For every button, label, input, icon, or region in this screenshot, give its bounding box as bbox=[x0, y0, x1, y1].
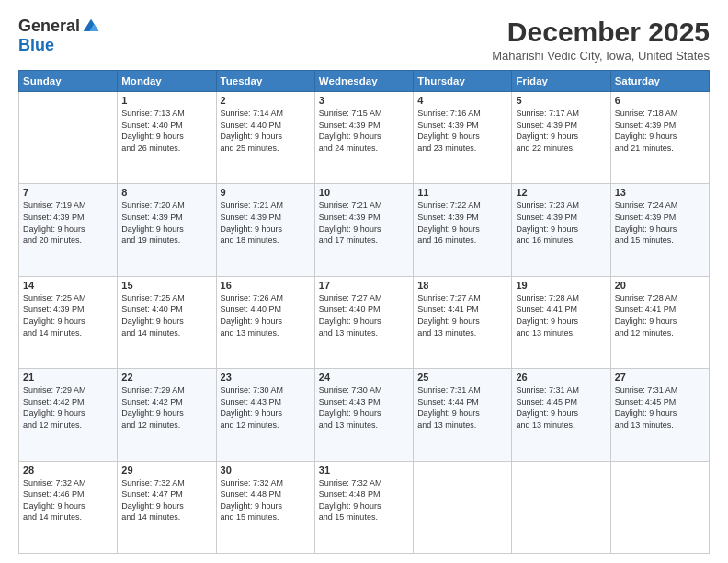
calendar-cell: 10Sunrise: 7:21 AMSunset: 4:39 PMDayligh… bbox=[314, 184, 413, 276]
day-info: Sunrise: 7:29 AMSunset: 4:42 PMDaylight:… bbox=[23, 385, 113, 431]
day-number: 16 bbox=[221, 280, 311, 291]
day-number: 25 bbox=[417, 372, 507, 383]
day-info: Sunrise: 7:30 AMSunset: 4:43 PMDaylight:… bbox=[221, 385, 311, 431]
day-info: Sunrise: 7:25 AMSunset: 4:40 PMDaylight:… bbox=[121, 293, 211, 339]
calendar-cell: 3Sunrise: 7:15 AMSunset: 4:39 PMDaylight… bbox=[314, 92, 413, 184]
calendar-cell: 8Sunrise: 7:20 AMSunset: 4:39 PMDaylight… bbox=[118, 184, 216, 276]
day-number: 8 bbox=[121, 187, 211, 198]
weekday-header-row: SundayMondayTuesdayWednesdayThursdayFrid… bbox=[19, 71, 710, 92]
day-number: 13 bbox=[615, 187, 705, 198]
weekday-header-wednesday: Wednesday bbox=[314, 71, 413, 92]
calendar-week-3: 14Sunrise: 7:25 AMSunset: 4:39 PMDayligh… bbox=[19, 276, 710, 368]
day-number: 18 bbox=[417, 280, 507, 291]
calendar-week-4: 21Sunrise: 7:29 AMSunset: 4:42 PMDayligh… bbox=[19, 369, 710, 461]
day-number: 15 bbox=[121, 280, 211, 291]
day-info: Sunrise: 7:31 AMSunset: 4:44 PMDaylight:… bbox=[417, 385, 507, 431]
day-info: Sunrise: 7:31 AMSunset: 4:45 PMDaylight:… bbox=[516, 385, 606, 431]
calendar-cell: 9Sunrise: 7:21 AMSunset: 4:39 PMDaylight… bbox=[216, 184, 314, 276]
day-info: Sunrise: 7:23 AMSunset: 4:39 PMDaylight:… bbox=[516, 200, 606, 246]
calendar-cell: 7Sunrise: 7:19 AMSunset: 4:39 PMDaylight… bbox=[19, 184, 118, 276]
month-title: December 2025 bbox=[492, 17, 710, 47]
day-number: 29 bbox=[121, 465, 211, 476]
day-info: Sunrise: 7:22 AMSunset: 4:39 PMDaylight:… bbox=[417, 200, 507, 246]
day-number: 24 bbox=[319, 372, 409, 383]
logo: General Blue bbox=[18, 17, 100, 55]
day-info: Sunrise: 7:30 AMSunset: 4:43 PMDaylight:… bbox=[319, 385, 409, 431]
calendar-cell: 30Sunrise: 7:32 AMSunset: 4:48 PMDayligh… bbox=[216, 461, 314, 553]
calendar-cell: 21Sunrise: 7:29 AMSunset: 4:42 PMDayligh… bbox=[19, 369, 118, 461]
calendar-cell: 5Sunrise: 7:17 AMSunset: 4:39 PMDaylight… bbox=[512, 92, 610, 184]
day-number: 6 bbox=[615, 95, 705, 106]
day-number: 26 bbox=[516, 372, 606, 383]
day-info: Sunrise: 7:32 AMSunset: 4:48 PMDaylight:… bbox=[319, 477, 409, 523]
calendar-cell: 31Sunrise: 7:32 AMSunset: 4:48 PMDayligh… bbox=[314, 461, 413, 553]
day-info: Sunrise: 7:21 AMSunset: 4:39 PMDaylight:… bbox=[319, 200, 409, 246]
day-number: 5 bbox=[516, 95, 606, 106]
location-subtitle: Maharishi Vedic City, Iowa, United State… bbox=[492, 49, 710, 63]
day-number: 7 bbox=[23, 187, 113, 198]
weekday-header-monday: Monday bbox=[118, 71, 216, 92]
day-info: Sunrise: 7:20 AMSunset: 4:39 PMDaylight:… bbox=[121, 200, 211, 246]
day-info: Sunrise: 7:24 AMSunset: 4:39 PMDaylight:… bbox=[615, 200, 705, 246]
day-info: Sunrise: 7:25 AMSunset: 4:39 PMDaylight:… bbox=[23, 293, 113, 339]
calendar-cell: 18Sunrise: 7:27 AMSunset: 4:41 PMDayligh… bbox=[414, 276, 512, 368]
weekday-header-saturday: Saturday bbox=[610, 71, 709, 92]
day-info: Sunrise: 7:17 AMSunset: 4:39 PMDaylight:… bbox=[516, 108, 606, 154]
calendar-cell: 14Sunrise: 7:25 AMSunset: 4:39 PMDayligh… bbox=[19, 276, 118, 368]
day-number: 31 bbox=[319, 465, 409, 476]
day-info: Sunrise: 7:27 AMSunset: 4:41 PMDaylight:… bbox=[417, 293, 507, 339]
day-info: Sunrise: 7:27 AMSunset: 4:40 PMDaylight:… bbox=[319, 293, 409, 339]
day-number: 11 bbox=[417, 187, 507, 198]
logo-blue: Blue bbox=[18, 36, 54, 54]
calendar-cell: 23Sunrise: 7:30 AMSunset: 4:43 PMDayligh… bbox=[216, 369, 314, 461]
weekday-header-thursday: Thursday bbox=[414, 71, 512, 92]
day-info: Sunrise: 7:18 AMSunset: 4:39 PMDaylight:… bbox=[615, 108, 705, 154]
day-number: 19 bbox=[516, 280, 606, 291]
day-number: 17 bbox=[319, 280, 409, 291]
calendar-week-1: 1Sunrise: 7:13 AMSunset: 4:40 PMDaylight… bbox=[19, 92, 710, 184]
logo-icon bbox=[82, 17, 100, 36]
calendar-cell: 24Sunrise: 7:30 AMSunset: 4:43 PMDayligh… bbox=[314, 369, 413, 461]
calendar-cell: 12Sunrise: 7:23 AMSunset: 4:39 PMDayligh… bbox=[512, 184, 610, 276]
calendar-cell: 19Sunrise: 7:28 AMSunset: 4:41 PMDayligh… bbox=[512, 276, 610, 368]
calendar-body: 1Sunrise: 7:13 AMSunset: 4:40 PMDaylight… bbox=[19, 92, 710, 554]
calendar-cell: 17Sunrise: 7:27 AMSunset: 4:40 PMDayligh… bbox=[314, 276, 413, 368]
calendar-cell: 20Sunrise: 7:28 AMSunset: 4:41 PMDayligh… bbox=[610, 276, 709, 368]
calendar-cell: 29Sunrise: 7:32 AMSunset: 4:47 PMDayligh… bbox=[118, 461, 216, 553]
weekday-header-friday: Friday bbox=[512, 71, 610, 92]
page: General Blue December 2025 Maharishi Ved… bbox=[0, 0, 728, 563]
calendar-cell: 2Sunrise: 7:14 AMSunset: 4:40 PMDaylight… bbox=[216, 92, 314, 184]
day-info: Sunrise: 7:14 AMSunset: 4:40 PMDaylight:… bbox=[221, 108, 311, 154]
calendar-cell: 13Sunrise: 7:24 AMSunset: 4:39 PMDayligh… bbox=[610, 184, 709, 276]
day-info: Sunrise: 7:21 AMSunset: 4:39 PMDaylight:… bbox=[221, 200, 311, 246]
day-info: Sunrise: 7:31 AMSunset: 4:45 PMDaylight:… bbox=[615, 385, 705, 431]
day-info: Sunrise: 7:13 AMSunset: 4:40 PMDaylight:… bbox=[121, 108, 211, 154]
calendar-cell bbox=[610, 461, 709, 553]
calendar-cell: 4Sunrise: 7:16 AMSunset: 4:39 PMDaylight… bbox=[414, 92, 512, 184]
calendar-cell bbox=[414, 461, 512, 553]
calendar-week-5: 28Sunrise: 7:32 AMSunset: 4:46 PMDayligh… bbox=[19, 461, 710, 553]
day-number: 23 bbox=[221, 372, 311, 383]
calendar-week-2: 7Sunrise: 7:19 AMSunset: 4:39 PMDaylight… bbox=[19, 184, 710, 276]
weekday-header-sunday: Sunday bbox=[19, 71, 118, 92]
day-info: Sunrise: 7:32 AMSunset: 4:47 PMDaylight:… bbox=[121, 477, 211, 523]
calendar-cell: 26Sunrise: 7:31 AMSunset: 4:45 PMDayligh… bbox=[512, 369, 610, 461]
calendar-table: SundayMondayTuesdayWednesdayThursdayFrid… bbox=[18, 70, 710, 554]
calendar-cell: 27Sunrise: 7:31 AMSunset: 4:45 PMDayligh… bbox=[610, 369, 709, 461]
day-number: 9 bbox=[221, 187, 311, 198]
calendar-cell: 25Sunrise: 7:31 AMSunset: 4:44 PMDayligh… bbox=[414, 369, 512, 461]
day-number: 1 bbox=[121, 95, 211, 106]
weekday-header-tuesday: Tuesday bbox=[216, 71, 314, 92]
day-info: Sunrise: 7:26 AMSunset: 4:40 PMDaylight:… bbox=[221, 293, 311, 339]
header: General Blue December 2025 Maharishi Ved… bbox=[18, 17, 710, 63]
day-info: Sunrise: 7:32 AMSunset: 4:48 PMDaylight:… bbox=[221, 477, 311, 523]
day-info: Sunrise: 7:32 AMSunset: 4:46 PMDaylight:… bbox=[23, 477, 113, 523]
day-number: 28 bbox=[23, 465, 113, 476]
day-number: 14 bbox=[23, 280, 113, 291]
day-info: Sunrise: 7:29 AMSunset: 4:42 PMDaylight:… bbox=[121, 385, 211, 431]
day-number: 12 bbox=[516, 187, 606, 198]
day-number: 20 bbox=[615, 280, 705, 291]
day-number: 30 bbox=[221, 465, 311, 476]
day-number: 22 bbox=[121, 372, 211, 383]
calendar-cell: 11Sunrise: 7:22 AMSunset: 4:39 PMDayligh… bbox=[414, 184, 512, 276]
